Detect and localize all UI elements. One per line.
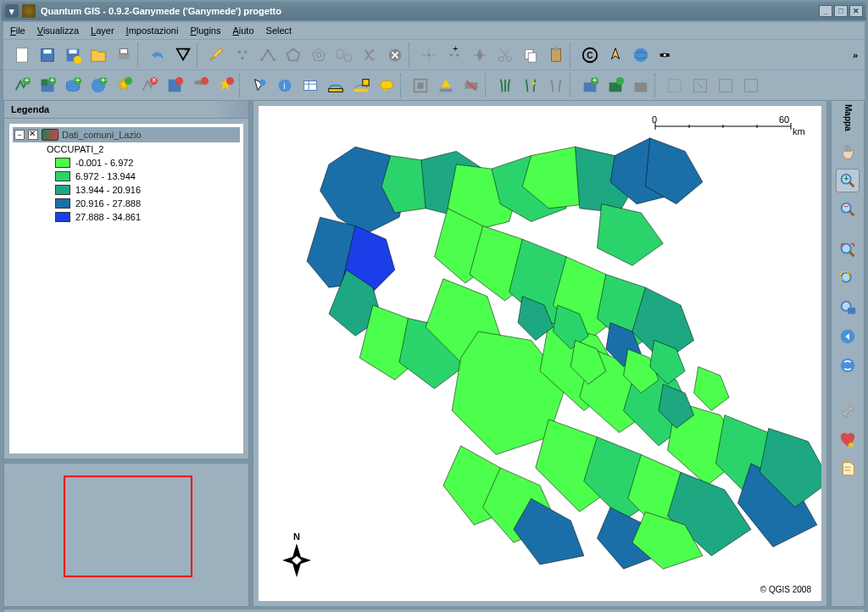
overview-button[interactable] <box>409 74 432 97</box>
manage-layers-button[interactable] <box>188 74 212 97</box>
grass-open-mapset-button[interactable] <box>604 74 627 97</box>
svg-point-49 <box>175 76 183 84</box>
add-postgis-button[interactable]: + <box>61 74 85 97</box>
select-button[interactable] <box>248 74 271 97</box>
pan-button[interactable] <box>836 140 860 164</box>
table-button[interactable] <box>298 74 322 97</box>
add-raster-button[interactable]: + <box>36 74 59 97</box>
grass-shell-button[interactable] <box>739 74 763 97</box>
save-as-button[interactable] <box>61 43 85 67</box>
grass-add-raster-button[interactable] <box>519 74 542 97</box>
zoom-full-button[interactable] <box>836 238 860 262</box>
layer-visibility-checkbox[interactable] <box>28 130 38 140</box>
delete-button[interactable] <box>383 43 407 67</box>
add-wms-button[interactable]: + <box>86 74 110 97</box>
zoom-selection-button[interactable] <box>836 267 860 291</box>
map-panel: 0 60 km N <box>253 100 827 607</box>
app-icon <box>22 4 36 18</box>
zoom-layer-button[interactable] <box>836 296 860 320</box>
grass-edit-region-button[interactable] <box>688 74 712 97</box>
swatch-icon <box>55 158 70 168</box>
new-vector-button[interactable] <box>163 74 186 97</box>
hide-all-button[interactable] <box>459 74 483 97</box>
remove-layer-button[interactable]: × <box>137 74 161 97</box>
help-button[interactable]: ? <box>171 43 195 67</box>
window-title: Quantum GIS - 0.9.2-Ganymede ('Ganymede'… <box>41 6 281 16</box>
svg-point-29 <box>634 47 648 62</box>
menu-plugins[interactable]: Plugins <box>190 25 220 36</box>
copy-button[interactable] <box>519 43 542 67</box>
svg-rect-56 <box>304 81 317 90</box>
layer-expand-icon[interactable]: − <box>14 130 25 140</box>
globe-button[interactable] <box>629 43 653 67</box>
split-button[interactable] <box>358 43 381 67</box>
zoom-in-button[interactable]: + <box>836 169 860 192</box>
scalebar-button[interactable] <box>654 43 678 67</box>
add-vertex-button[interactable]: + <box>442 43 466 67</box>
add-ring-button[interactable] <box>307 43 331 67</box>
legend-panel: Legenda − Dati_comuni_Lazio OCCUPATI_2 -… <box>3 100 249 459</box>
close-button[interactable]: ✕ <box>849 5 863 17</box>
maptips-button[interactable] <box>375 74 398 97</box>
show-all-button[interactable] <box>434 74 458 97</box>
menu-visualizza[interactable]: Visualizza <box>37 25 79 36</box>
help-sidebar-button[interactable] <box>836 457 860 481</box>
identify-button[interactable]: i <box>273 74 297 97</box>
zoom-out-button[interactable]: − <box>836 198 860 221</box>
delete-vertex-button[interactable] <box>468 43 492 67</box>
new-project-button[interactable] <box>10 43 34 67</box>
svg-text:−: − <box>843 202 849 211</box>
legend-class-4: 27.888 - 34.861 <box>13 210 240 224</box>
menu-select[interactable]: Select <box>266 25 292 36</box>
svg-text:C: C <box>587 50 593 59</box>
add-vector-button[interactable]: + <box>10 74 34 97</box>
menu-layer[interactable]: Layer <box>91 25 114 36</box>
north-arrow-button[interactable] <box>604 43 627 67</box>
grass-region-button[interactable] <box>663 74 687 97</box>
swatch-icon <box>55 198 70 209</box>
maximize-button[interactable]: □ <box>834 5 848 17</box>
add-line-button[interactable] <box>256 43 280 67</box>
add-polygon-button[interactable] <box>281 43 305 67</box>
measure-area-button[interactable] <box>349 74 373 97</box>
add-island-button[interactable] <box>332 43 356 67</box>
menu-impostazioni[interactable]: Impostazioni <box>126 25 179 36</box>
copyright-button[interactable]: C <box>578 43 602 67</box>
svg-rect-60 <box>354 88 369 92</box>
grass-tools-button[interactable] <box>544 74 568 97</box>
open-button[interactable] <box>86 43 110 67</box>
grass-add-vector-button[interactable] <box>493 74 517 97</box>
copyright-label: © QGIS 2008 <box>760 585 811 594</box>
cut-button[interactable] <box>493 43 517 67</box>
menu-aiuto[interactable]: Aiuto <box>232 25 253 36</box>
favorite-button[interactable] <box>836 428 860 452</box>
toolbar-more-button[interactable]: » <box>853 50 858 60</box>
map-canvas[interactable]: 0 60 km N <box>259 106 821 601</box>
undo-button[interactable] <box>146 43 170 67</box>
grass-edit-button[interactable] <box>714 74 737 97</box>
layer-row[interactable]: − Dati_comuni_Lazio <box>13 127 240 142</box>
legend-title: Legenda <box>4 101 248 119</box>
refresh-button[interactable] <box>836 353 860 377</box>
minimize-button[interactable]: _ <box>819 5 832 17</box>
overview-extent-rect[interactable] <box>64 476 192 577</box>
paste-button[interactable] <box>544 43 568 67</box>
show-bookmarks-button[interactable] <box>214 74 237 97</box>
print-button[interactable] <box>112 43 136 67</box>
move-vertex-button[interactable] <box>417 43 441 67</box>
measure-line-button[interactable] <box>324 74 348 97</box>
window-menu-dropdown[interactable]: ▾ <box>5 4 19 18</box>
add-point-button[interactable] <box>231 43 254 67</box>
save-button[interactable] <box>36 43 59 67</box>
svg-rect-31 <box>663 53 666 57</box>
svg-text:?: ? <box>185 47 190 57</box>
grass-close-mapset-button[interactable] <box>629 74 653 97</box>
swatch-icon <box>55 171 70 181</box>
svg-point-52 <box>226 76 234 84</box>
edit-toggle-button[interactable] <box>205 43 229 67</box>
grass-new-mapset-button[interactable]: + <box>578 74 602 97</box>
zoom-last-button[interactable] <box>836 325 860 348</box>
settings-button[interactable] <box>836 399 860 423</box>
menu-file[interactable]: File <box>10 25 25 36</box>
new-bookmark-button[interactable] <box>112 74 136 97</box>
